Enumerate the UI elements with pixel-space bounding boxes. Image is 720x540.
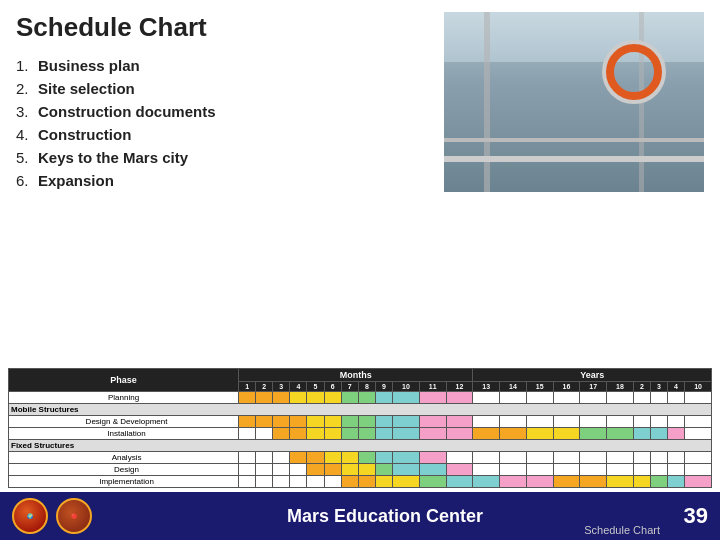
gantt-row-implementation: Implementation (9, 476, 712, 488)
year-col: 10 (685, 382, 712, 392)
bar-cell (553, 392, 580, 404)
month-col: 8 (358, 382, 375, 392)
bar-cell (393, 416, 420, 428)
bar-cell (473, 464, 500, 476)
bar-cell (668, 392, 685, 404)
list-number: 3. (16, 103, 38, 120)
bar-cell (580, 476, 607, 488)
bar-cell (256, 476, 273, 488)
bar-cell (290, 428, 307, 440)
bar-cell (580, 464, 607, 476)
year-col: 15 (526, 382, 553, 392)
bar-cell (553, 476, 580, 488)
list-item: 6. Expansion (16, 172, 434, 189)
bar-cell (650, 476, 667, 488)
bar-cell (239, 416, 256, 428)
bar-cell (358, 452, 375, 464)
footer-logos: 🌍 🔴 (12, 498, 92, 534)
bar-cell (419, 428, 446, 440)
bar-cell (307, 452, 324, 464)
bar-cell (633, 452, 650, 464)
bar-cell (473, 428, 500, 440)
bar-cell (650, 464, 667, 476)
gantt-table: Phase Months Years 1 2 3 4 5 6 7 8 9 10 … (8, 368, 712, 488)
bar-cell (307, 428, 324, 440)
bar-cell (256, 416, 273, 428)
bar-cell (685, 476, 712, 488)
month-col: 11 (419, 382, 446, 392)
bar-cell (607, 392, 634, 404)
footer-subtitle: Schedule Chart (584, 524, 660, 536)
list-item: 2. Site selection (16, 80, 434, 97)
bar-cell (375, 428, 392, 440)
bar-cell (685, 464, 712, 476)
bar-cell (273, 428, 290, 440)
footer: 🌍 🔴 Mars Education Center 39 Schedule Ch… (0, 492, 720, 540)
list-number: 1. (16, 57, 38, 74)
bar-cell (256, 464, 273, 476)
bar-cell (273, 464, 290, 476)
bar-cell (393, 476, 420, 488)
numbered-list: 1. Business plan 2. Site selection 3. Co… (16, 57, 434, 189)
bar-cell (500, 428, 527, 440)
bar-cell (473, 476, 500, 488)
bar-cell (358, 428, 375, 440)
bar-cell (580, 452, 607, 464)
bar-cell (500, 452, 527, 464)
bar-cell (580, 416, 607, 428)
bar-cell (393, 464, 420, 476)
bar-cell (307, 476, 324, 488)
year-col: 2 (633, 382, 650, 392)
bar-cell (341, 416, 358, 428)
left-content: Schedule Chart 1. Business plan 2. Site … (16, 12, 444, 360)
year-col: 16 (553, 382, 580, 392)
bar-cell (553, 416, 580, 428)
bar-cell (419, 416, 446, 428)
bar-cell (375, 416, 392, 428)
bar-cell (446, 464, 473, 476)
logo-1: 🌍 (12, 498, 48, 534)
bar-cell (633, 416, 650, 428)
list-item-text: Expansion (38, 172, 114, 189)
bar-cell (446, 452, 473, 464)
bar-cell (324, 416, 341, 428)
month-col: 6 (324, 382, 341, 392)
month-col: 7 (341, 382, 358, 392)
gantt-row-planning: Planning (9, 392, 712, 404)
bar-cell (290, 452, 307, 464)
month-col: 10 (393, 382, 420, 392)
bar-cell (607, 452, 634, 464)
bar-cell (607, 428, 634, 440)
footer-page-number: 39 (678, 503, 708, 529)
gantt-row-analysis: Analysis (9, 452, 712, 464)
years-header: Years (473, 369, 712, 382)
bar-cell (500, 416, 527, 428)
list-item-text: Construction (38, 126, 131, 143)
main-container: Schedule Chart 1. Business plan 2. Site … (0, 0, 720, 540)
life-ring-icon (604, 42, 664, 102)
year-col: 13 (473, 382, 500, 392)
bar-cell (239, 464, 256, 476)
list-item-text: Site selection (38, 80, 135, 97)
year-col: 14 (500, 382, 527, 392)
bar-cell (650, 452, 667, 464)
bar-cell (580, 428, 607, 440)
bar-cell (446, 416, 473, 428)
ship-illustration (444, 12, 704, 192)
bar-cell (553, 464, 580, 476)
list-number: 5. (16, 149, 38, 166)
bar-cell (358, 416, 375, 428)
bar-cell (607, 416, 634, 428)
month-col: 5 (307, 382, 324, 392)
gantt-chart-section: Phase Months Years 1 2 3 4 5 6 7 8 9 10 … (0, 368, 720, 488)
bar-cell (307, 392, 324, 404)
list-item: 3. Construction documents (16, 103, 434, 120)
bar-cell (324, 476, 341, 488)
bar-cell (419, 464, 446, 476)
bar-cell (273, 392, 290, 404)
bar-cell (341, 428, 358, 440)
gantt-group-mobile: Mobile Structures (9, 404, 712, 416)
bar-cell (668, 428, 685, 440)
phase-column-header: Phase (9, 369, 239, 392)
list-item-text: Keys to the Mars city (38, 149, 188, 166)
